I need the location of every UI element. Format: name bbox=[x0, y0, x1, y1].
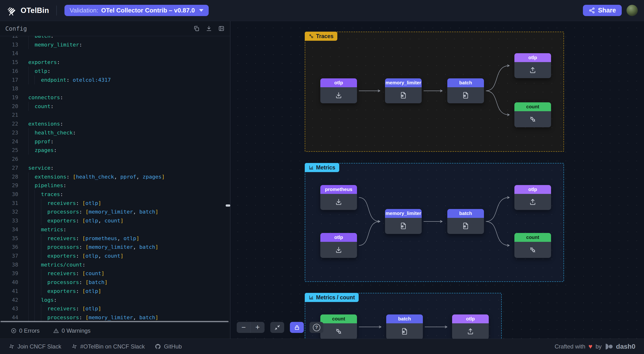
zoom-in-button[interactable]: + bbox=[250, 322, 264, 333]
otelbin-logo-icon bbox=[6, 5, 17, 16]
indent-guide bbox=[34, 287, 35, 295]
code-line-25[interactable]: 25 zpages: bbox=[0, 146, 230, 155]
indent-guide bbox=[28, 269, 28, 278]
brand-name[interactable]: dash0 bbox=[616, 343, 636, 350]
code-line-27[interactable]: 27service: bbox=[0, 163, 230, 172]
pipeline-group-metrics: Metrics bbox=[305, 163, 564, 282]
indent-guide bbox=[41, 269, 41, 278]
indent-guide bbox=[28, 251, 28, 260]
node-count[interactable]: count bbox=[514, 233, 551, 258]
validation-selector[interactable]: Validation: OTel Collector Contrib – v0.… bbox=[64, 5, 209, 16]
node-prometheus[interactable]: prometheus bbox=[320, 185, 357, 210]
node-memory_limiter[interactable]: memory_limiter bbox=[385, 78, 422, 103]
group-label: Metrics / count bbox=[316, 294, 355, 301]
panel-resize-handle[interactable] bbox=[226, 204, 230, 207]
github-link[interactable]: GitHub bbox=[155, 343, 182, 350]
line-number: 30 bbox=[0, 190, 18, 199]
fit-view-button[interactable] bbox=[270, 322, 284, 333]
indent-guide bbox=[34, 269, 35, 278]
code-line-20[interactable]: 20 count: bbox=[0, 102, 230, 111]
code-line-28[interactable]: 28 extensions: [health_check, pprof, zpa… bbox=[0, 172, 230, 181]
code-line-39[interactable]: 39 receivers: [count] bbox=[0, 269, 230, 278]
node-batch[interactable]: batch bbox=[447, 78, 484, 103]
line-number: 13 bbox=[0, 40, 18, 49]
code-line-38[interactable]: 38 metrics/count: bbox=[0, 260, 230, 269]
code-line-21[interactable]: 21 bbox=[0, 111, 230, 119]
code-line-43[interactable]: 43 receivers: [otlp] bbox=[0, 304, 230, 313]
indent-guide bbox=[28, 234, 28, 243]
code-line-22[interactable]: 22extensions: bbox=[0, 119, 230, 128]
code-line-16[interactable]: 16 otlp: bbox=[0, 67, 230, 76]
node-otlp[interactable]: otlp bbox=[514, 53, 551, 78]
code-line-30[interactable]: 30 traces: bbox=[0, 190, 230, 199]
user-avatar[interactable] bbox=[626, 5, 638, 16]
code-line-12[interactable]: 12 batch: bbox=[0, 36, 230, 40]
code-line-13[interactable]: 13 memory_limiter: bbox=[0, 40, 230, 49]
code-line-31[interactable]: 31 receivers: [otlp] bbox=[0, 199, 230, 208]
line-number: 43 bbox=[0, 304, 18, 313]
line-number: 15 bbox=[0, 58, 18, 67]
line-number: 16 bbox=[0, 67, 18, 76]
code-line-14[interactable]: 14 bbox=[0, 49, 230, 58]
validation-value: OTel Collector Contrib – v0.87.0 bbox=[101, 7, 195, 14]
pipeline-diagram[interactable]: − + ? Tracesotlpmemory bbox=[230, 21, 644, 339]
file-gear-icon bbox=[447, 87, 484, 103]
code-editor[interactable]: 12 batch:13 memory_limiter:1415exporters… bbox=[0, 36, 230, 322]
code-line-15[interactable]: 15exporters: bbox=[0, 58, 230, 67]
code-line-32[interactable]: 32 processors: [memory_limiter, batch] bbox=[0, 207, 230, 216]
code-line-44[interactable]: 44 processors: [memory_limiter, batch] bbox=[0, 313, 230, 322]
collapse-panel-icon[interactable] bbox=[218, 25, 225, 32]
indent-guide bbox=[28, 199, 28, 208]
zoom-out-button[interactable]: − bbox=[237, 322, 250, 333]
code-line-37[interactable]: 37 exporters: [otlp, count] bbox=[0, 251, 230, 260]
code-line-35[interactable]: 35 receivers: [prometheus, otlp] bbox=[0, 234, 230, 243]
code-line-40[interactable]: 40 processors: [batch] bbox=[0, 278, 230, 287]
bar-chart-icon bbox=[308, 165, 314, 170]
node-count[interactable]: count bbox=[514, 102, 551, 127]
plug-icon bbox=[514, 111, 551, 127]
node-memory_limiter[interactable]: memory_limiter bbox=[385, 209, 422, 234]
node-otlp[interactable]: otlp bbox=[320, 78, 357, 103]
code-line-36[interactable]: 36 processors: [memory_limiter, batch] bbox=[0, 243, 230, 251]
code-line-42[interactable]: 42 logs: bbox=[0, 295, 230, 304]
validation-status-bar: 0 Errors 0 Warnings bbox=[0, 322, 230, 339]
code-line-19[interactable]: 19connectors: bbox=[0, 93, 230, 102]
line-number: 39 bbox=[0, 269, 18, 278]
dash0-logo-icon[interactable] bbox=[605, 343, 613, 350]
indent-guide bbox=[41, 207, 41, 216]
node-otlp[interactable]: otlp bbox=[514, 185, 551, 210]
share-label: Share bbox=[598, 7, 616, 14]
slack-icon bbox=[72, 343, 78, 349]
header-divider bbox=[56, 6, 57, 16]
code-line-23[interactable]: 23 health_check: bbox=[0, 128, 230, 137]
code-line-33[interactable]: 33 exporters: [otlp, count] bbox=[0, 216, 230, 225]
node-count[interactable]: count bbox=[320, 314, 357, 339]
code-line-17[interactable]: 17 endpoint: otelcol:4317 bbox=[0, 76, 230, 84]
code-line-18[interactable]: 18 bbox=[0, 84, 230, 93]
node-batch[interactable]: batch bbox=[386, 314, 423, 339]
code-line-26[interactable]: 26 bbox=[0, 155, 230, 163]
node-batch[interactable]: batch bbox=[447, 209, 484, 234]
otelbin-app: OTelBin Validation: OTel Collector Contr… bbox=[0, 0, 644, 354]
indent-guide bbox=[28, 172, 28, 181]
horizontal-scrollbar[interactable] bbox=[0, 321, 228, 322]
slack-icon bbox=[8, 343, 14, 349]
join-cncf-slack-link[interactable]: Join CNCF Slack bbox=[8, 343, 61, 350]
node-otlp[interactable]: otlp bbox=[320, 233, 357, 258]
line-number: 21 bbox=[0, 111, 18, 119]
share-button[interactable]: Share bbox=[583, 5, 622, 16]
indent-guide bbox=[28, 313, 28, 322]
node-label: batch bbox=[447, 209, 484, 218]
code-line-34[interactable]: 34 metrics: bbox=[0, 225, 230, 234]
help-button[interactable]: ? bbox=[310, 322, 324, 333]
code-line-29[interactable]: 29 pipelines: bbox=[0, 181, 230, 190]
node-otlp[interactable]: otlp bbox=[452, 314, 489, 339]
copy-icon[interactable] bbox=[193, 25, 200, 32]
code-line-24[interactable]: 24 pprof: bbox=[0, 137, 230, 146]
lock-button[interactable] bbox=[290, 322, 304, 333]
download-icon[interactable] bbox=[206, 25, 212, 32]
otelbin-slack-channel-link[interactable]: #OTelBin on CNCF Slack bbox=[72, 343, 145, 350]
code-line-41[interactable]: 41 exporters: [otlp] bbox=[0, 287, 230, 295]
indent-guide bbox=[34, 304, 35, 313]
line-number: 34 bbox=[0, 225, 18, 234]
